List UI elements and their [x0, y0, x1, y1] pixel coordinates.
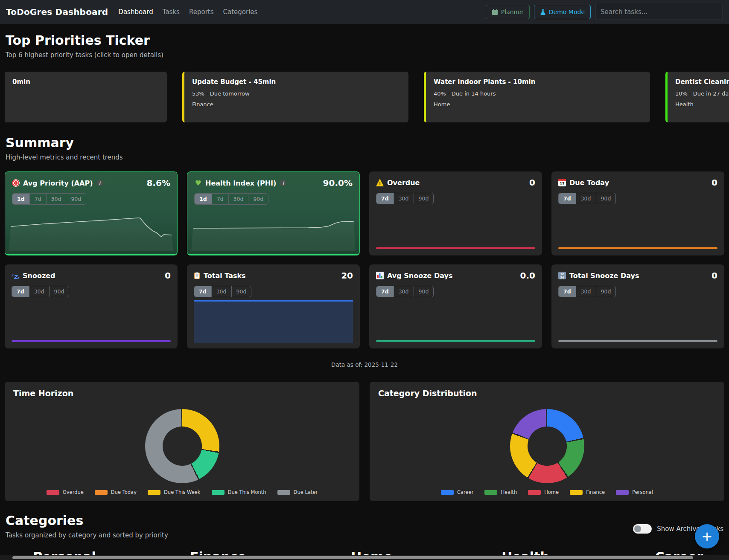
target-icon — [12, 179, 20, 187]
legend-item-finance[interactable]: Finance — [570, 489, 605, 495]
range-7d-button[interactable]: 7d — [194, 286, 211, 297]
range-30d-button[interactable]: 30d — [211, 286, 231, 297]
horizontal-scrollbar-thumb[interactable] — [12, 556, 693, 559]
metric-card-health-index-phi: ♥Health Index (PHI)i90.0%1d7d30d90d — [187, 171, 360, 255]
range-toggle-group: 1d7d30d90d — [194, 193, 268, 205]
ticker-task-category: Finance — [192, 101, 401, 107]
app-title: ToDoGres Dashboard — [6, 7, 108, 17]
legend-item-due-later[interactable]: Due Later — [277, 489, 318, 495]
range-30d-button[interactable]: 30d — [46, 194, 66, 204]
metric-title: Due Today — [569, 179, 609, 187]
range-90d-button[interactable]: 90d — [231, 286, 251, 297]
legend-swatch — [484, 490, 497, 495]
legend-item-overdue[interactable]: Overdue — [47, 489, 84, 495]
bar-chart-icon — [376, 272, 384, 279]
range-30d-button[interactable]: 30d — [228, 194, 248, 204]
metric-value: 0 — [712, 177, 717, 188]
chart-legend: OverdueDue TodayDue This WeekDue This Mo… — [5, 489, 359, 495]
nav-link-dashboard[interactable]: Dashboard — [118, 8, 153, 16]
range-90d-button[interactable]: 90d — [414, 286, 434, 297]
legend-swatch — [528, 490, 541, 495]
range-30d-button[interactable]: 30d — [29, 286, 49, 297]
planner-button[interactable]: Planner — [486, 5, 530, 19]
range-7d-button[interactable]: 7d — [376, 193, 394, 204]
legend-item-due-this-week[interactable]: Due This Week — [148, 489, 201, 495]
range-30d-button[interactable]: 30d — [394, 193, 414, 204]
range-1d-button[interactable]: 1d — [12, 194, 29, 204]
summary-section-title: Summary — [6, 135, 729, 150]
nav-link-reports[interactable]: Reports — [189, 8, 214, 16]
search-input[interactable] — [595, 4, 723, 20]
legend-swatch — [570, 490, 583, 495]
metric-value: 0.0 — [520, 270, 535, 281]
charts-row: Time Horizon OverdueDue TodayDue This We… — [5, 382, 724, 501]
range-7d-button[interactable]: 7d — [559, 193, 576, 204]
legend-item-home[interactable]: Home — [528, 489, 559, 495]
trend-line — [12, 340, 171, 342]
ticker-card-2[interactable]: Water Indoor Plants - 10min40% - Due in … — [424, 72, 650, 122]
range-7d-button[interactable]: 7d — [559, 286, 576, 297]
range-7d-button[interactable]: 7d — [376, 286, 394, 297]
metric-title: Avg Priority (AAP) — [23, 179, 93, 187]
range-toggle-group: 7d30d90d — [194, 286, 251, 297]
legend-item-due-today[interactable]: Due Today — [95, 489, 137, 495]
legend-item-career[interactable]: Career — [441, 489, 473, 495]
show-archived-toggle[interactable] — [633, 524, 652, 534]
range-90d-button[interactable]: 90d — [248, 194, 268, 204]
demo-mode-button[interactable]: Demo Mode — [534, 5, 591, 19]
ticker-task-category: Home — [434, 101, 642, 107]
categories-header: Categories Tasks organized by category a… — [6, 513, 723, 539]
nav-link-tasks[interactable]: Tasks — [163, 8, 180, 16]
metric-value: 0 — [165, 270, 171, 281]
range-toggle-group: 7d30d90d — [376, 193, 434, 204]
horizontal-scrollbar — [0, 555, 729, 560]
ticker-section-subtitle: Top 6 highest priority tasks (click to o… — [6, 51, 729, 59]
range-toggle-group: 7d30d90d — [12, 286, 69, 297]
range-30d-button[interactable]: 30d — [576, 286, 596, 297]
add-task-fab[interactable]: + — [695, 524, 719, 548]
ticker-task-meta: 53% - Due tomorrow — [192, 90, 401, 97]
demo-mode-button-label: Demo Mode — [549, 9, 585, 15]
priorities-ticker: 0minUpdate Budget - 45min53% - Due tomor… — [5, 72, 729, 122]
navbar-actions: Planner Demo Mode — [486, 4, 723, 20]
range-90d-button[interactable]: 90d — [49, 286, 69, 297]
range-7d-button[interactable]: 7d — [12, 286, 29, 297]
range-7d-button[interactable]: 7d — [212, 194, 228, 204]
range-30d-button[interactable]: 30d — [576, 193, 596, 204]
legend-swatch — [441, 490, 454, 495]
calendar-outline-icon — [492, 9, 498, 15]
range-90d-button[interactable]: 90d — [596, 193, 616, 204]
time-horizon-donut[interactable] — [145, 409, 219, 483]
info-icon[interactable]: i — [96, 180, 103, 186]
metric-card-total-tasks: Total Tasks207d30d90d — [187, 264, 360, 348]
ticker-card-3[interactable]: Dentist Cleaning - 610% - Due in 27 days… — [665, 72, 729, 122]
metric-card-avg-snooze-days: Avg Snooze Days0.07d30d90d — [369, 264, 542, 348]
categories-section-subtitle: Tasks organized by category and sorted b… — [6, 531, 168, 539]
range-30d-button[interactable]: 30d — [394, 286, 414, 297]
time-horizon-title: Time Horizon — [13, 389, 351, 398]
range-90d-button[interactable]: 90d — [66, 194, 86, 204]
category-distribution-card: Category Distribution CareerHealthHomeFi… — [370, 382, 724, 501]
flask-icon — [540, 9, 546, 15]
green-heart-icon: ♥ — [194, 179, 202, 187]
nav-link-categories[interactable]: Categories — [223, 8, 258, 16]
ticker-section-title: Top Priorities Ticker — [6, 33, 729, 48]
trend-line — [376, 340, 535, 342]
metric-value: 8.6% — [147, 178, 170, 188]
legend-item-personal[interactable]: Personal — [616, 489, 653, 495]
ticker-card-0[interactable]: 0min — [5, 72, 167, 122]
legend-item-health[interactable]: Health — [484, 489, 517, 495]
ticker-task-title: Water Indoor Plants - 10min — [434, 78, 642, 86]
ticker-card-1[interactable]: Update Budget - 45min53% - Due tomorrowF… — [182, 72, 408, 122]
category-distribution-donut[interactable] — [510, 409, 584, 483]
metric-value: 0 — [712, 270, 717, 281]
range-1d-button[interactable]: 1d — [195, 194, 212, 204]
range-90d-button[interactable]: 90d — [414, 193, 434, 204]
range-7d-button[interactable]: 7d — [29, 194, 46, 204]
metric-value: 20 — [341, 270, 353, 281]
legend-item-due-this-month[interactable]: Due This Month — [212, 489, 266, 495]
info-icon[interactable]: i — [280, 180, 286, 186]
donut-hole — [163, 427, 202, 466]
range-90d-button[interactable]: 90d — [596, 286, 616, 297]
toggle-knob — [634, 525, 641, 532]
